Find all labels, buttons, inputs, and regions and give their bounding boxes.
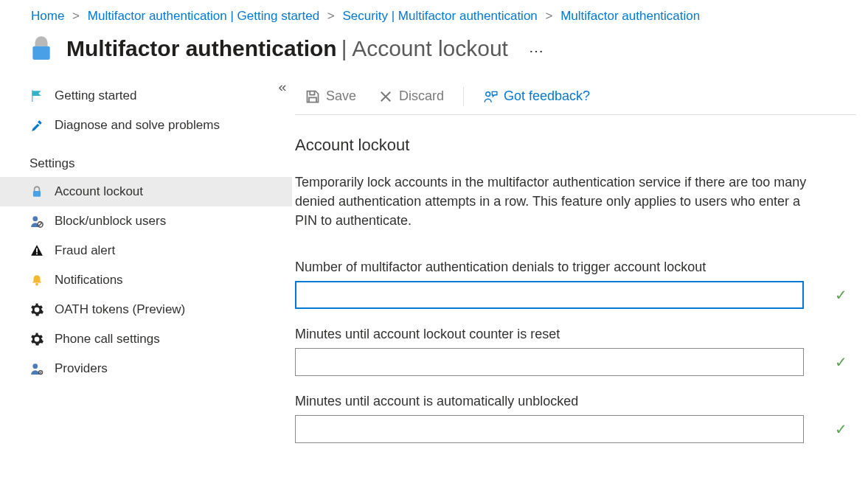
field-reset-minutes: Minutes until account lockout counter is… [295, 327, 856, 376]
sidebar-item-block-users[interactable]: Block/unblock users [0, 206, 292, 236]
main-content: Save Discard Got feedback? [295, 81, 868, 461]
section-description: Temporarily lock accounts in the multifa… [295, 173, 811, 230]
sidebar-item-label: OATH tokens (Preview) [55, 302, 185, 317]
person-gear-icon [29, 361, 44, 376]
save-button-label: Save [326, 88, 356, 104]
sidebar-item-label: Account lockout [55, 184, 143, 199]
gear-icon [29, 332, 44, 347]
discard-button-label: Discard [399, 88, 444, 104]
breadcrumb-link[interactable]: Multifactor authentication [560, 9, 700, 23]
breadcrumb-link[interactable]: Multifactor authentication | Getting sta… [88, 9, 319, 23]
sidebar-item-notifications[interactable]: Notifications [0, 265, 292, 295]
svg-rect-1 [33, 191, 41, 197]
svg-rect-0 [32, 46, 49, 60]
sidebar-item-oath-tokens[interactable]: OATH tokens (Preview) [0, 295, 292, 324]
toolbar: Save Discard Got feedback? [295, 81, 856, 115]
field-label: Minutes until account lockout counter is… [295, 327, 856, 342]
check-icon: ✓ [835, 286, 847, 304]
reset-minutes-input[interactable] [295, 348, 804, 376]
gear-icon [29, 302, 44, 317]
breadcrumb: Home > Multifactor authentication | Gett… [0, 7, 868, 34]
warning-icon [29, 243, 44, 258]
feedback-button-label: Got feedback? [504, 88, 590, 104]
sidebar: « Getting started Diagnose and solve pro… [0, 81, 295, 461]
sidebar-item-label: Fraud alert [55, 243, 115, 258]
more-menu-button[interactable]: ⋯ [529, 42, 545, 60]
check-icon: ✓ [835, 420, 847, 438]
tools-icon [29, 118, 44, 133]
field-label: Number of multifactor authentication den… [295, 260, 856, 275]
save-button[interactable]: Save [298, 86, 364, 107]
breadcrumb-link[interactable]: Home [31, 9, 64, 23]
svg-rect-5 [36, 248, 38, 253]
sidebar-item-label: Getting started [55, 88, 137, 103]
bell-icon [29, 273, 44, 288]
field-unblock-minutes: Minutes until account is automatically u… [295, 394, 856, 443]
chevron-right-icon: > [72, 9, 80, 23]
discard-button[interactable]: Discard [371, 86, 451, 107]
flag-icon [29, 88, 44, 103]
page-header: Multifactor authentication | Account loc… [0, 34, 868, 81]
field-denials-threshold: Number of multifactor authentication den… [295, 260, 856, 309]
sidebar-item-diagnose[interactable]: Diagnose and solve problems [0, 111, 292, 140]
feedback-button[interactable]: Got feedback? [476, 86, 597, 107]
section-title: Account lockout [295, 136, 856, 155]
sidebar-item-label: Providers [55, 361, 108, 376]
check-icon: ✓ [835, 353, 847, 371]
sidebar-section-label: Settings [29, 156, 74, 171]
unblock-minutes-input[interactable] [295, 415, 804, 443]
lock-icon [29, 184, 44, 199]
sidebar-item-label: Phone call settings [55, 332, 160, 347]
toolbar-separator [463, 87, 464, 106]
sidebar-item-fraud-alert[interactable]: Fraud alert [0, 236, 292, 265]
chevron-right-icon: > [546, 9, 553, 23]
person-block-icon [29, 214, 44, 229]
sidebar-item-label: Diagnose and solve problems [55, 118, 220, 133]
sidebar-item-account-lockout[interactable]: Account lockout [0, 177, 292, 206]
collapse-sidebar-button[interactable]: « [278, 80, 286, 95]
svg-point-8 [32, 363, 38, 369]
svg-point-2 [32, 216, 38, 221]
page-title: Multifactor authentication [66, 36, 337, 61]
svg-point-7 [35, 283, 38, 286]
save-icon [305, 89, 320, 104]
svg-rect-6 [36, 253, 38, 254]
svg-point-11 [486, 91, 490, 96]
close-icon [378, 89, 393, 104]
sidebar-item-providers[interactable]: Providers [0, 354, 292, 383]
page-subtitle: | Account lockout [341, 36, 508, 61]
sidebar-item-label: Block/unblock users [55, 214, 166, 229]
sidebar-item-phone-call-settings[interactable]: Phone call settings [0, 324, 292, 354]
svg-point-10 [40, 372, 41, 373]
chevron-right-icon: > [327, 9, 335, 23]
lock-icon [27, 34, 56, 63]
field-label: Minutes until account is automatically u… [295, 394, 856, 409]
breadcrumb-link[interactable]: Security | Multifactor authentication [343, 9, 538, 23]
person-feedback-icon [483, 89, 498, 104]
sidebar-section-settings: Settings [0, 140, 292, 177]
svg-line-4 [38, 223, 42, 226]
sidebar-item-label: Notifications [55, 273, 123, 288]
sidebar-item-getting-started[interactable]: Getting started [0, 81, 292, 111]
denials-threshold-input[interactable] [295, 281, 804, 309]
